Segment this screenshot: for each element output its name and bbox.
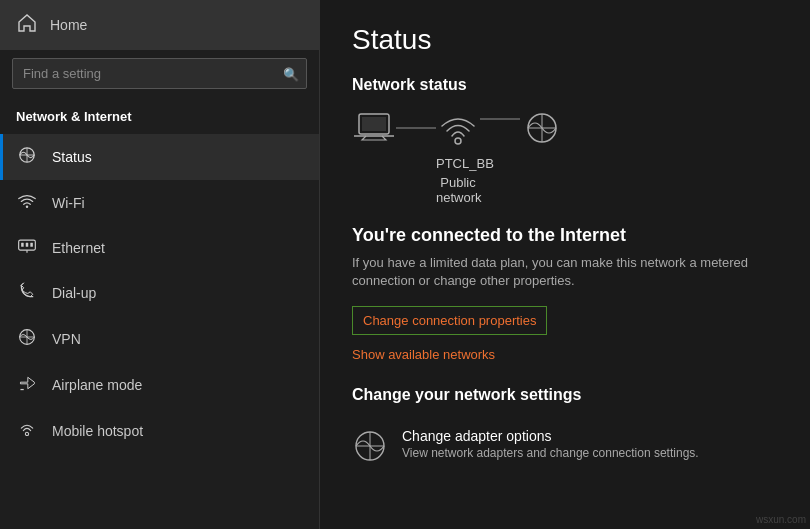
hotspot-icon [16, 420, 38, 442]
sidebar-item-status[interactable]: Status [0, 134, 319, 180]
adapter-icon [352, 428, 388, 464]
adapter-text: Change adapter options View network adap… [402, 428, 699, 460]
connected-desc: If you have a limited data plan, you can… [352, 254, 772, 290]
adapter-desc: View network adapters and change connect… [402, 446, 699, 460]
network-status-heading: Network status [352, 76, 778, 94]
svg-rect-6 [26, 243, 29, 247]
sidebar-item-wifi-label: Wi-Fi [52, 195, 85, 211]
change-settings-heading: Change your network settings [352, 386, 778, 404]
show-networks-link[interactable]: Show available networks [352, 347, 778, 362]
sidebar-section-title: Network & Internet [0, 101, 319, 134]
svg-rect-7 [30, 243, 33, 247]
change-adapter-item[interactable]: Change adapter options View network adap… [352, 418, 778, 474]
line-laptop-to-wifi [396, 127, 436, 129]
page-title: Status [352, 24, 778, 56]
sidebar-item-ethernet-label: Ethernet [52, 240, 105, 256]
dialup-icon [16, 282, 38, 304]
sidebar-item-vpn[interactable]: VPN [0, 316, 319, 362]
sidebar-item-airplane[interactable]: Airplane mode [0, 362, 319, 408]
svg-point-3 [26, 206, 28, 208]
sidebar-item-dialup[interactable]: Dial-up [0, 270, 319, 316]
sidebar-item-vpn-label: VPN [52, 331, 81, 347]
home-icon [16, 14, 38, 36]
search-input[interactable] [12, 58, 307, 89]
change-connection-button[interactable]: Change connection properties [352, 306, 547, 335]
svg-point-17 [455, 138, 461, 144]
search-icon: 🔍 [283, 66, 299, 81]
airplane-icon [16, 374, 38, 396]
sidebar-item-status-label: Status [52, 149, 92, 165]
network-type: Public network [436, 175, 480, 205]
wifi-icon [16, 192, 38, 214]
sidebar-item-dialup-label: Dial-up [52, 285, 96, 301]
network-diagram [352, 110, 778, 146]
main-content: Status Network status [320, 0, 810, 529]
sidebar-item-hotspot[interactable]: Mobile hotspot [0, 408, 319, 454]
network-name: PTCL_BB [436, 156, 480, 171]
sidebar-item-home[interactable]: Home [0, 0, 319, 50]
sidebar-item-airplane-label: Airplane mode [52, 377, 142, 393]
globe-icon [520, 110, 564, 146]
svg-rect-15 [362, 117, 386, 131]
adapter-title: Change adapter options [402, 428, 699, 444]
ethernet-icon [16, 238, 38, 258]
sidebar: Home 🔍 Network & Internet Status [0, 0, 320, 529]
sidebar-item-ethernet[interactable]: Ethernet [0, 226, 319, 270]
vpn-icon [16, 328, 38, 350]
connected-title: You're connected to the Internet [352, 225, 778, 246]
sidebar-item-hotspot-label: Mobile hotspot [52, 423, 143, 439]
watermark: wsxun.com [756, 514, 806, 525]
sidebar-item-wifi[interactable]: Wi-Fi [0, 180, 319, 226]
laptop-icon [352, 110, 396, 146]
search-box: 🔍 [12, 58, 307, 89]
line-wifi-to-globe [480, 118, 520, 120]
status-icon [16, 146, 38, 168]
svg-point-13 [25, 432, 28, 435]
network-info: PTCL_BB Public network [352, 110, 778, 205]
svg-rect-5 [21, 243, 24, 247]
router-icon [436, 110, 480, 146]
home-label: Home [50, 17, 87, 33]
